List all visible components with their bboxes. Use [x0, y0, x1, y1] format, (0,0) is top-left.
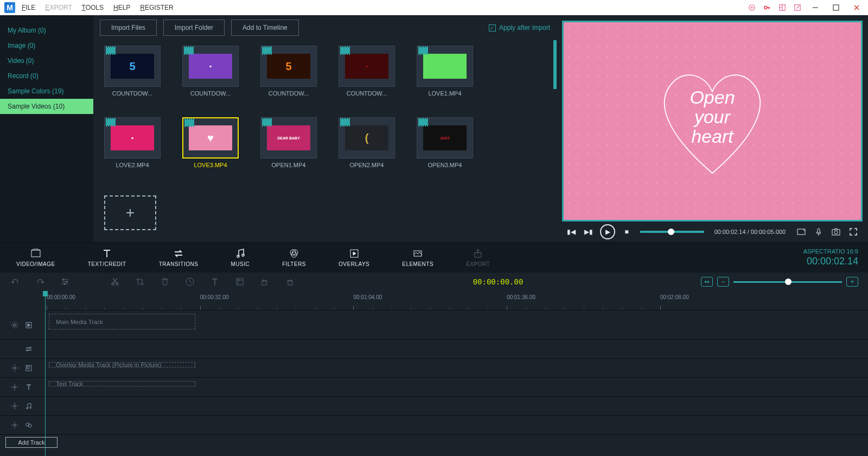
- ruler-tick-label: 00:01:36.00: [507, 294, 535, 300]
- library-scrollbar[interactable]: [553, 40, 557, 242]
- media-thumb[interactable]: 5COUNTDOW...: [260, 46, 317, 97]
- edit-icon[interactable]: [793, 3, 802, 12]
- menu-file[interactable]: FILE: [22, 4, 35, 11]
- sidebar-item[interactable]: Sample Videos (10): [0, 99, 93, 114]
- add-track-button[interactable]: Add Track: [5, 437, 58, 448]
- text-icon[interactable]: [209, 276, 220, 287]
- settings-icon[interactable]: [60, 276, 71, 287]
- preview-panel: Open your heart ▮◀ ▶▮ ▶ ■ 00:00:02.14 / …: [557, 15, 868, 242]
- stop-button[interactable]: ■: [621, 226, 633, 238]
- tab-overlays[interactable]: OVERLAYS: [322, 243, 386, 273]
- playhead[interactable]: [45, 291, 46, 456]
- tab-transitions[interactable]: TRANSITIONS: [143, 243, 215, 273]
- preview-viewport[interactable]: Open your heart: [562, 21, 863, 221]
- menu-register[interactable]: REGISTER: [140, 4, 173, 11]
- key-icon[interactable]: [763, 3, 771, 12]
- maximize-button[interactable]: [829, 3, 843, 12]
- add-media-button[interactable]: +: [104, 195, 156, 230]
- tab-filters[interactable]: FILTERS: [266, 243, 322, 273]
- mic-icon[interactable]: [813, 226, 825, 238]
- svg-point-11: [242, 254, 244, 256]
- speed-icon[interactable]: [184, 276, 195, 287]
- media-thumb[interactable]: (OPEN2.MP4: [339, 117, 395, 168]
- cut-icon[interactable]: [110, 276, 120, 287]
- menu-help[interactable]: HELP: [113, 4, 130, 11]
- fullscreen-icon[interactable]: [847, 226, 859, 238]
- prev-frame-button[interactable]: ▮◀: [565, 226, 577, 238]
- apply-after-import-checkbox[interactable]: ✓ Apply after import: [489, 24, 550, 31]
- camera-icon[interactable]: [830, 226, 842, 238]
- check-icon: ✓: [489, 24, 496, 31]
- mode-tabs: VIDEO/IMAGETEXT/CREDITTRANSITIONSMUSICFI…: [0, 242, 868, 273]
- frame-icon[interactable]: [234, 276, 245, 287]
- import-files-button[interactable]: Import Files: [100, 20, 157, 36]
- rotate-left-icon[interactable]: [259, 276, 270, 287]
- tab-music[interactable]: MUSIC: [214, 243, 266, 273]
- eye-icon[interactable]: [10, 345, 19, 353]
- track-music[interactable]: [0, 397, 868, 416]
- svg-rect-26: [262, 281, 266, 285]
- library-toolbar: Import Files Import Folder Add to Timeli…: [93, 15, 557, 40]
- library-sidebar: My Album (0)Image (0)Video (0)Record (0)…: [0, 15, 93, 242]
- track-placeholder: Overlay Media Track (Picture in Picture): [49, 362, 195, 368]
- undo-icon[interactable]: [10, 276, 21, 287]
- gift-icon[interactable]: [748, 3, 756, 12]
- fit-zoom-button[interactable]: ⇔: [701, 277, 713, 287]
- eye-icon[interactable]: [10, 383, 19, 391]
- zoom-slider[interactable]: [733, 281, 842, 283]
- sidebar-item[interactable]: Image (0): [0, 38, 93, 53]
- sidebar-item[interactable]: Record (0): [0, 68, 93, 84]
- sidebar-item[interactable]: Sample Colors (19): [0, 84, 93, 99]
- tab-textcredit[interactable]: TEXT/CREDIT: [72, 243, 143, 273]
- aspect-time: 00:00:02.14: [803, 256, 858, 267]
- media-thumb[interactable]: LOVE1.MP4: [417, 46, 473, 97]
- track-overlay[interactable]: Overlay Media Track (Picture in Picture): [0, 359, 868, 378]
- tab-elements[interactable]: ELEMENTS: [386, 243, 450, 273]
- svg-point-36: [27, 408, 28, 409]
- svg-point-37: [30, 407, 31, 409]
- play-button[interactable]: ▶: [600, 224, 615, 239]
- ruler-tick-label: 00:02:08.00: [660, 294, 689, 300]
- close-button[interactable]: [850, 3, 864, 12]
- import-folder-button[interactable]: Import Folder: [163, 20, 225, 36]
- sidebar-item[interactable]: Video (0): [0, 53, 93, 68]
- svg-point-19: [63, 279, 65, 281]
- track-elem[interactable]: [0, 416, 868, 435]
- snapshot-ratio-icon[interactable]: [795, 226, 807, 238]
- timeline-ruler[interactable]: 00:00:00.0000:00:32.0000:01:04.0000:01:3…: [43, 291, 868, 311]
- eye-icon[interactable]: [10, 402, 19, 410]
- media-thumb[interactable]: ·COUNTDOW...: [339, 46, 395, 97]
- layout-icon[interactable]: [778, 3, 787, 12]
- playback-slider[interactable]: [640, 231, 704, 233]
- crop-icon[interactable]: [135, 276, 145, 287]
- zoom-in-button[interactable]: +: [846, 277, 858, 287]
- media-thumb[interactable]: DEAR BABYOPEN1.MP4: [260, 117, 317, 168]
- eye-icon[interactable]: [10, 421, 19, 429]
- media-thumb[interactable]: ·COUNTDOW...: [182, 46, 239, 97]
- media-thumb[interactable]: ♥LOVE3.MP4: [182, 117, 239, 168]
- media-thumb[interactable]: ·LOVE2.MP4: [104, 117, 161, 168]
- thumbnail-grid: 5COUNTDOW...·COUNTDOW...5COUNTDOW...·COU…: [93, 40, 557, 242]
- svg-marker-16: [353, 252, 356, 255]
- track-text[interactable]: Text Track: [0, 378, 868, 397]
- next-frame-button[interactable]: ▶▮: [583, 226, 595, 238]
- track-type-icon: [24, 402, 33, 410]
- add-to-timeline-button[interactable]: Add to Timeline: [231, 20, 299, 36]
- sidebar-item[interactable]: My Album (0): [0, 23, 93, 38]
- track-main[interactable]: Main Media Track: [0, 311, 868, 340]
- eye-icon[interactable]: [10, 321, 19, 330]
- svg-point-20: [66, 281, 68, 283]
- track-trans[interactable]: [0, 340, 868, 359]
- film-icon: [184, 47, 194, 54]
- zoom-out-button[interactable]: −: [717, 277, 729, 287]
- media-thumb[interactable]: JUSTOPEN3.MP4: [417, 117, 473, 168]
- eye-icon[interactable]: [10, 364, 19, 372]
- rotate-right-icon[interactable]: [284, 276, 295, 287]
- svg-point-38: [14, 424, 16, 426]
- media-thumb[interactable]: 5COUNTDOW...: [104, 46, 161, 97]
- delete-icon[interactable]: [159, 276, 170, 287]
- minimize-button[interactable]: [808, 3, 822, 12]
- menu-tools[interactable]: TOOLS: [82, 4, 104, 11]
- redo-icon[interactable]: [35, 276, 46, 287]
- tab-videoimage[interactable]: VIDEO/IMAGE: [0, 243, 72, 273]
